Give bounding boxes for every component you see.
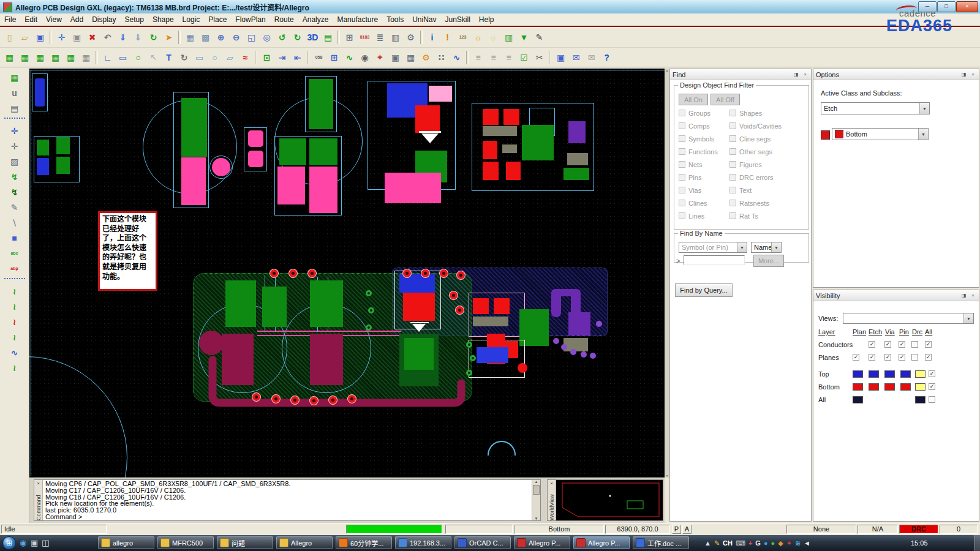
visibility-column-layer[interactable]: Layer	[818, 328, 835, 335]
unplaced-icon[interactable]: u	[6, 85, 24, 100]
rotate-icon[interactable]: ↻	[176, 50, 192, 65]
media-icon[interactable]: ◫	[42, 538, 49, 547]
view-screen-icon[interactable]: ▤	[6, 100, 24, 116]
find-filter-lines[interactable]: Lines	[679, 212, 718, 219]
pick-button[interactable]: P	[672, 525, 681, 534]
taskbar-item-8[interactable]: Allegro P...	[573, 536, 630, 549]
alert-icon[interactable]: !	[440, 30, 455, 45]
layer-visibility-checkbox[interactable]: ✓	[929, 370, 935, 377]
rgb-bars-icon[interactable]: ▥	[501, 30, 516, 45]
worldview-panel[interactable]: × WorldView	[547, 479, 663, 521]
menu-junskill[interactable]: JunSkill	[441, 14, 475, 25]
find-type-dropdown[interactable]: Symbol (or Pin) ▼	[679, 242, 747, 253]
report-2-icon[interactable]: ≡	[486, 50, 501, 65]
setup-board-1-icon[interactable]: ▦	[2, 50, 17, 65]
gear-icon[interactable]: ⚙	[403, 30, 418, 45]
command-console[interactable]: × Command Moving CP6 / CAP_POL_CAP_SMD_6…	[34, 479, 541, 521]
tray-keyboard-icon[interactable]: ⌨	[736, 539, 745, 547]
help-icon[interactable]: ?	[599, 50, 614, 65]
pencil-icon[interactable]: ✎	[6, 200, 24, 215]
setup-board-2-icon[interactable]: ▦	[17, 50, 32, 65]
find-filter-ratsnests[interactable]: Ratsnests	[729, 200, 782, 206]
layer-color-swatch[interactable]	[915, 370, 925, 378]
wrench-icon[interactable]: ⚙	[418, 50, 434, 65]
angle-button[interactable]: A	[682, 525, 692, 534]
scroll-up-icon[interactable]: ▲	[535, 480, 538, 484]
padstack-icon[interactable]: ⊡	[259, 50, 274, 65]
add-text-icon[interactable]: T	[161, 50, 176, 65]
save-icon[interactable]: ▣	[32, 30, 48, 45]
find-name-input[interactable]	[684, 255, 745, 265]
close-icon[interactable]: ×	[37, 481, 40, 486]
tray-orange-diamond-icon[interactable]: ◆	[778, 539, 783, 547]
menu-analyze[interactable]: Analyze	[298, 14, 333, 25]
fill-blue-icon[interactable]: ■	[6, 230, 24, 246]
tray-arrow-up-icon[interactable]: ▲	[704, 539, 711, 547]
chevron-down-icon[interactable]: ▼	[918, 129, 928, 140]
add-rect-icon[interactable]: ▭	[115, 50, 130, 65]
taskbar-item-5[interactable]: 192.168.3...	[395, 536, 451, 549]
zoom-fit-icon[interactable]: ◱	[244, 30, 259, 45]
signal-icon[interactable]: ∿	[449, 50, 464, 65]
menu-flowplan[interactable]: FlowPlan	[231, 14, 270, 25]
color-dialog-icon[interactable]: ▤	[320, 30, 336, 45]
find-filter-text[interactable]: Text	[729, 187, 782, 193]
views-dropdown[interactable]: ▼	[843, 313, 974, 324]
mail-2-icon[interactable]: ✉	[584, 50, 599, 65]
find-filter-cline-segs[interactable]: Cline segs	[729, 135, 782, 142]
visibility-column-via[interactable]: Via	[885, 328, 895, 335]
target-8182-icon[interactable]: ⌖	[372, 50, 388, 65]
move-icon[interactable]: ✛	[54, 30, 69, 45]
visibility-checkbox[interactable]	[911, 354, 918, 361]
cut-icon[interactable]: ✂	[532, 50, 547, 65]
new-file-icon[interactable]: ▯	[2, 30, 17, 45]
all-off-button[interactable]: All Off	[710, 94, 740, 105]
tray-network-icon[interactable]: ≋	[795, 539, 801, 547]
maximize-button[interactable]: □	[937, 1, 956, 12]
setup-board-3-icon[interactable]: ▦	[32, 50, 48, 65]
layers-icon[interactable]: ≣	[372, 30, 388, 45]
find-by-query-button[interactable]: Find by Query...	[675, 283, 733, 297]
all-on-button[interactable]: All On	[679, 94, 708, 105]
scroll-down-icon[interactable]: ▼	[666, 474, 669, 478]
scroll-down-icon[interactable]: ▼	[535, 517, 538, 520]
tray-blue-dot-icon[interactable]: ●	[764, 539, 768, 547]
find-filter-drc-errors[interactable]: DRC errors	[729, 174, 782, 181]
layer-color-swatch[interactable]	[869, 370, 879, 378]
layer-visibility-checkbox[interactable]	[929, 396, 935, 403]
find-mode-dropdown[interactable]: Name ▼	[751, 242, 782, 253]
visibility-checkbox[interactable]: ✓	[884, 354, 891, 361]
visibility-checkbox[interactable]	[911, 341, 918, 348]
taskbar-item-0[interactable]: allegro	[98, 536, 154, 549]
find-filter-symbols[interactable]: Symbols	[679, 135, 718, 142]
close-icon[interactable]: ×	[970, 293, 976, 298]
mail-icon[interactable]: ✉	[568, 50, 584, 65]
show-desktop-button[interactable]	[974, 535, 980, 551]
layer-color-swatch[interactable]	[915, 396, 925, 403]
taskbar-item-9[interactable]: 工作.doc ...	[633, 536, 689, 549]
route-bus-icon[interactable]: ↯	[6, 184, 24, 200]
layer-color-swatch[interactable]	[900, 383, 911, 391]
text-del-icon[interactable]: abp	[6, 261, 24, 276]
setup-board-6-icon[interactable]: ▦	[78, 50, 94, 65]
menu-place[interactable]: Place	[204, 14, 231, 25]
shape-poly-icon[interactable]: ▱	[222, 50, 238, 65]
menu-help[interactable]: Help	[475, 14, 499, 25]
scroll-thumb[interactable]	[533, 485, 540, 495]
layer-color-swatch[interactable]	[853, 370, 863, 378]
status-icon[interactable]: i	[424, 30, 440, 45]
menu-edit[interactable]: Edit	[20, 14, 42, 25]
find-filter-groups[interactable]: Groups	[679, 110, 718, 116]
pin-icon[interactable]: ◨	[960, 72, 967, 77]
visibility-checkbox[interactable]: ✓	[869, 341, 875, 348]
menu-manufacture[interactable]: Manufacture	[333, 14, 382, 25]
taskbar-item-2[interactable]: 问题	[217, 536, 273, 549]
layer-color-swatch[interactable]	[915, 383, 925, 391]
menu-setup[interactable]: Setup	[121, 14, 148, 25]
tray-green-dot-icon[interactable]: ●	[771, 539, 775, 547]
menu-route[interactable]: Route	[270, 14, 298, 25]
close-icon[interactable]: ×	[802, 72, 809, 77]
explorer-icon[interactable]: ▣	[31, 538, 38, 547]
setup-board-4-icon[interactable]: ▦	[48, 50, 63, 65]
shadow-mode-icon[interactable]: ▥	[388, 30, 403, 45]
